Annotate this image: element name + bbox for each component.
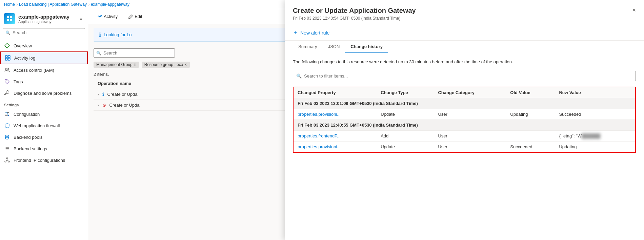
breadcrumb-home[interactable]: Home [4, 2, 15, 7]
panel-title: Create or Update Application Gateway [293, 7, 636, 15]
plus-icon: ＋ [293, 29, 298, 36]
change-history-table: Changed Property Change Type Change Cate… [293, 87, 636, 153]
tag-icon [4, 79, 10, 85]
svg-point-16 [7, 113, 8, 115]
svg-rect-2 [7, 19, 9, 21]
filter-tag-mgmt-label: Management Group [96, 62, 133, 67]
svg-marker-4 [5, 43, 9, 48]
sidebar-collapse-button[interactable]: « [79, 15, 84, 23]
sidebar-item-backend-pools-label: Backend pools [14, 135, 42, 140]
svg-point-11 [6, 80, 6, 81]
sidebar-item-waf-label: Web application firewall [14, 123, 60, 128]
svg-rect-27 [8, 161, 9, 162]
panel-search-icon: 🔍 [296, 73, 302, 79]
sidebar-item-access-control[interactable]: Access control (IAM) [0, 64, 88, 76]
svg-rect-7 [5, 58, 7, 60]
edit-button[interactable]: Edit [124, 12, 146, 21]
activity-button[interactable]: Activity [94, 12, 122, 21]
property-link[interactable]: properties.provisioni... [298, 144, 341, 149]
sidebar-item-frontend-ip-label: Frontend IP configurations [14, 158, 65, 163]
svg-point-15 [5, 112, 7, 113]
svg-rect-8 [8, 58, 10, 60]
sidebar-header: example-appgateway Application gateway « [0, 9, 88, 27]
resource-icon [4, 13, 15, 24]
panel-actions: ＋ New alert rule [285, 25, 644, 41]
row-info-icon: ℹ [102, 92, 104, 97]
sidebar-item-overview[interactable]: Overview [0, 40, 88, 51]
filter-tag-rg-label: Resource group : exa [144, 62, 183, 67]
svg-line-30 [7, 160, 9, 161]
sidebar-search-container: 🔍 [3, 28, 85, 37]
info-banner-text: Looking for Lo [104, 32, 132, 37]
sidebar-search-icon: 🔍 [5, 30, 11, 35]
sidebar: example-appgateway Application gateway «… [0, 9, 88, 240]
svg-point-9 [6, 68, 7, 70]
sidebar-item-activity-log[interactable]: Activity log [0, 51, 88, 64]
sidebar-resource-name: example-appgateway [18, 14, 69, 20]
svg-rect-0 [7, 16, 9, 18]
edit-icon [128, 14, 133, 19]
sidebar-item-overview-label: Overview [14, 43, 32, 48]
svg-point-18 [5, 135, 9, 136]
panel-description: The following changes to this resource w… [293, 59, 636, 65]
side-panel: Create or Update Application Gateway Fri… [285, 0, 644, 240]
tab-change-history[interactable]: Change history [345, 41, 388, 53]
panel-search-input[interactable] [293, 71, 636, 81]
filter-tag-mgmt-close[interactable]: × [134, 62, 136, 67]
col-change-type[interactable]: Change Type [377, 87, 434, 98]
panel-body: The following changes to this resource w… [285, 53, 644, 240]
svg-rect-26 [5, 161, 6, 162]
settings-section-label: Settings [0, 99, 88, 108]
people-icon [4, 67, 10, 73]
breadcrumb-lb[interactable]: Load balancing | Application Gateway [19, 2, 87, 7]
sidebar-item-frontend-ip[interactable]: Frontend IP configurations [0, 154, 88, 166]
svg-point-23 [5, 148, 5, 149]
change-group-row: Fri Feb 03 2023 12:40:55 GMT+0530 (India… [293, 119, 636, 130]
list-icon [4, 146, 10, 152]
wrench-icon [4, 90, 10, 96]
property-link[interactable]: properties.frontendP... [298, 133, 341, 138]
sidebar-item-tags[interactable]: Tags [0, 76, 88, 87]
filter-tag-rg-close[interactable]: × [184, 62, 187, 67]
sidebar-item-waf[interactable]: Web application firewall [0, 120, 88, 131]
sidebar-item-tags-label: Tags [14, 79, 23, 84]
app-container: Home › Load balancing | Application Gate… [0, 0, 644, 240]
sidebar-item-diagnose[interactable]: Diagnose and solve problems [0, 87, 88, 99]
table-search-input[interactable] [94, 48, 175, 58]
panel-subtitle: Fri Feb 03 2023 12:40:54 GMT+0530 (India… [293, 16, 636, 21]
row-expand-btn[interactable]: › [98, 92, 99, 97]
database-icon [4, 134, 10, 140]
sidebar-title-group: example-appgateway Application gateway [18, 14, 69, 24]
row-label: Create or Upda [109, 103, 140, 108]
col-old-value[interactable]: Old Value [506, 87, 555, 98]
sidebar-item-activity-log-label: Activity log [14, 56, 35, 61]
change-data-row: properties.provisioni... Update User Suc… [293, 141, 636, 152]
breadcrumb-appgw[interactable]: example-appgateway [91, 2, 129, 7]
filter-tag-mgmt[interactable]: Management Group × [94, 62, 139, 68]
svg-rect-25 [6, 158, 8, 159]
panel-close-button[interactable]: × [629, 5, 639, 15]
col-changed-property[interactable]: Changed Property [293, 87, 377, 98]
sliders-icon [4, 111, 10, 117]
filter-tag-rg[interactable]: Resource group : exa × [142, 62, 190, 68]
sidebar-resource-type: Application gateway [18, 20, 69, 24]
sidebar-item-diagnose-label: Diagnose and solve problems [14, 91, 72, 96]
tab-json[interactable]: JSON [323, 41, 345, 53]
sidebar-item-backend-pools[interactable]: Backend pools [0, 131, 88, 143]
svg-point-10 [8, 68, 9, 70]
sidebar-item-backend-settings-label: Backend settings [14, 146, 47, 151]
row-label: Create or Upda [107, 92, 138, 97]
col-change-category[interactable]: Change Category [434, 87, 506, 98]
new-alert-rule-button[interactable]: ＋ New alert rule [293, 29, 329, 36]
sidebar-item-configuration[interactable]: Configuration [0, 108, 88, 120]
tab-summary[interactable]: Summary [293, 41, 323, 53]
property-link[interactable]: properties.provisioni... [298, 112, 341, 117]
network-icon [4, 157, 10, 163]
sidebar-item-backend-settings[interactable]: Backend settings [0, 143, 88, 154]
row-expand-btn[interactable]: › [98, 103, 99, 108]
col-new-value[interactable]: New Value [555, 87, 636, 98]
change-data-row: properties.provisioni... Update User Upd… [293, 109, 636, 119]
sidebar-search-input[interactable] [3, 28, 85, 37]
sidebar-search-wrapper: 🔍 [3, 28, 85, 37]
svg-rect-6 [8, 56, 10, 58]
